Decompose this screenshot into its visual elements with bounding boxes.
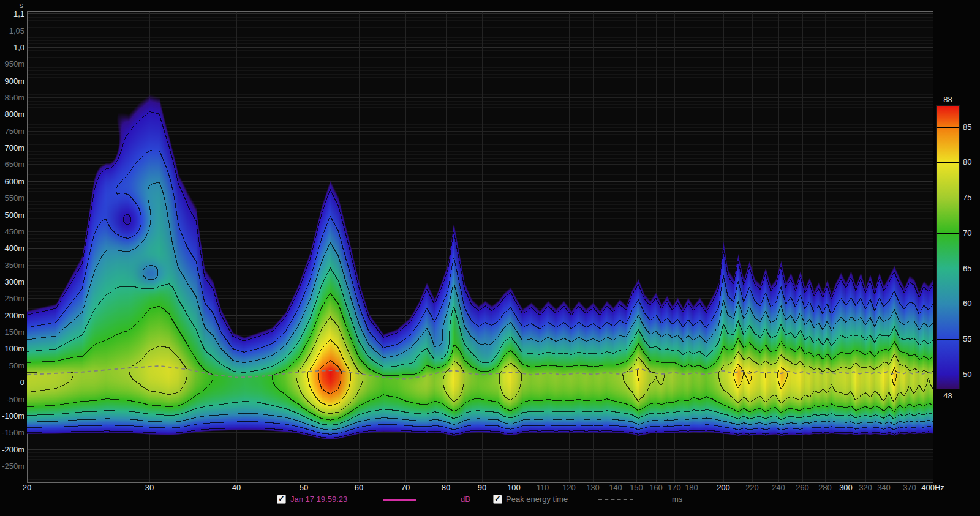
x-tick-label: 30 <box>130 483 169 492</box>
y-tick-label: 0 <box>0 378 24 387</box>
y-tick-label: 350m <box>0 261 24 270</box>
y-tick-label: 550m <box>0 193 24 203</box>
y-tick-label: -200m <box>0 445 24 454</box>
y-tick-label: 850m <box>0 93 24 102</box>
measurement-line-sample <box>383 499 417 501</box>
spectrogram-plot <box>27 11 933 483</box>
colorbar-tick <box>937 162 959 163</box>
colorbar-tick-label: 80 <box>963 158 980 166</box>
peak-energy-unit-label: ms <box>672 495 682 504</box>
y-tick-label: 900m <box>0 77 24 86</box>
colorbar-tick <box>937 269 959 269</box>
peak-energy-checkbox[interactable]: ✓ <box>493 495 502 504</box>
y-tick-label: 950m <box>0 59 24 69</box>
y-tick-label: 1,1 <box>0 9 24 18</box>
peak-energy-line-sample <box>598 499 633 500</box>
colorbar-tick-label: 75 <box>963 193 980 202</box>
y-tick-label: 700m <box>0 143 24 152</box>
y-tick-label: 50m <box>0 361 24 370</box>
colorbar-tick <box>937 339 959 340</box>
y-tick-label: 300m <box>0 277 24 286</box>
x-tick-label: 80 <box>426 483 466 492</box>
peak-energy-legend-label: Peak energy time <box>506 495 568 504</box>
measurement-unit-label: dB <box>461 495 470 504</box>
colorbar-tick <box>937 198 959 198</box>
y-tick-label: 1,0 <box>0 43 24 52</box>
y-tick-label: -250m <box>0 462 24 471</box>
y-tick-label: 200m <box>0 311 24 320</box>
y-tick-label: 400m <box>0 244 24 253</box>
y-tick-label: 600m <box>0 177 24 186</box>
y-tick-label: -100m <box>0 411 24 421</box>
x-tick-label: 70 <box>386 483 425 492</box>
colorbar-min-label: 48 <box>937 391 959 400</box>
colorbar-tick <box>937 233 959 234</box>
colorbar-tick-label: 60 <box>963 299 980 308</box>
x-tick-label: 60 <box>339 483 379 492</box>
x-tick-label: 40 <box>217 483 256 492</box>
y-tick-label: 650m <box>0 160 24 169</box>
colorbar-tick-label: 65 <box>963 264 980 273</box>
measurement-checkbox[interactable]: ✓ <box>277 495 286 504</box>
y-tick-label: 500m <box>0 211 24 220</box>
measurement-legend-label: Jan 17 19:59:23 <box>290 495 347 504</box>
y-tick-label: 450m <box>0 227 24 236</box>
y-tick-label: 150m <box>0 327 24 337</box>
y-tick-label: 800m <box>0 110 24 119</box>
x-tick-label: 50 <box>284 483 323 492</box>
colorbar-tick-label: 50 <box>963 370 980 379</box>
x-tick-label: 20 <box>7 483 47 492</box>
colorbar-tick-label: 85 <box>963 123 980 132</box>
colorbar-max-label: 88 <box>937 95 959 104</box>
y-tick-label: -150m <box>0 428 24 437</box>
colorbar-tick <box>937 304 959 304</box>
y-tick-label: 100m <box>0 344 24 353</box>
colorbar-tick <box>937 127 959 128</box>
colorbar <box>937 106 959 389</box>
y-tick-label: -50m <box>0 395 24 404</box>
y-tick-label: 1,05 <box>0 26 24 36</box>
colorbar-tick-label: 55 <box>963 335 980 343</box>
x-tick-label: 400Hz <box>913 483 952 492</box>
y-tick-label: 750m <box>0 127 24 136</box>
y-axis-unit-label: s <box>0 1 23 10</box>
y-tick-label: 250m <box>0 294 24 303</box>
spectrogram-window: s 1,11,051,0950m900m850m800m750m700m650m… <box>0 0 980 516</box>
colorbar-tick-label: 70 <box>963 229 980 237</box>
colorbar-tick <box>937 375 959 375</box>
